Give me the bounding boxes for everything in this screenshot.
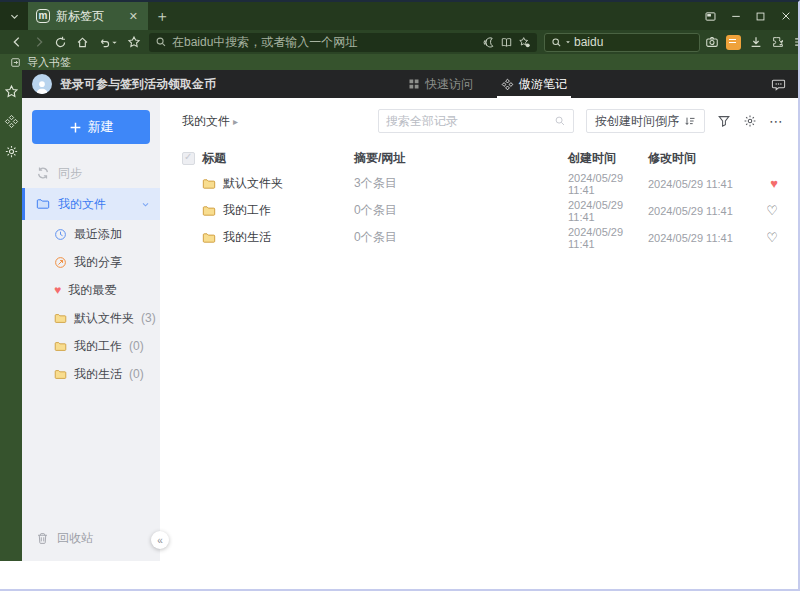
sidebar-item-recycle-bin[interactable]: 回收站 [22, 521, 160, 555]
life-folder-label: 我的生活 [74, 366, 122, 383]
menu-button[interactable] [789, 32, 800, 52]
favorite-heart-icon[interactable]: ♡ [766, 231, 778, 244]
sidebar-item-my-files[interactable]: 我的文件 [22, 188, 160, 220]
shares-label: 我的分享 [74, 254, 122, 271]
favorites-panel-button[interactable] [4, 84, 19, 99]
forward-button[interactable] [28, 32, 49, 52]
table-row[interactable]: 默认文件夹 3个条目 2024/05/29 11:41 2024/05/29 1… [160, 170, 798, 197]
sidebar-item-recent[interactable]: 最近添加 [22, 220, 160, 248]
screenshot-button[interactable] [701, 32, 722, 52]
refresh-button[interactable] [50, 32, 71, 52]
row-summary: 3个条目 [354, 175, 568, 192]
user-avatar[interactable] [32, 74, 52, 94]
settings-button[interactable] [743, 114, 757, 128]
close-window-button[interactable] [773, 2, 798, 30]
plus-icon [69, 121, 82, 134]
sidebar-item-default-folder[interactable]: 默认文件夹 (3) [22, 304, 160, 332]
minimize-button[interactable] [723, 2, 748, 30]
clock-icon [54, 228, 67, 241]
row-title: 我的生活 [223, 229, 271, 246]
records-search[interactable] [378, 109, 574, 133]
sidebar-item-work-folder[interactable]: 我的工作 (0) [22, 332, 160, 360]
chevron-right-icon: ▸ [233, 116, 238, 127]
maxnote-button[interactable] [723, 32, 744, 52]
maxthon-logo-icon: m [36, 9, 50, 23]
heart-icon: ♥ [54, 284, 61, 296]
row-modified: 2024/05/29 11:41 [648, 232, 748, 244]
favorite-heart-icon[interactable]: ♥ [770, 177, 778, 190]
panel-icon [704, 10, 717, 23]
chevron-down-icon[interactable] [141, 200, 150, 209]
sidebar-item-favorites[interactable]: ♥ 我的最爱 [22, 276, 160, 304]
pinwheel-notes-icon [501, 78, 514, 91]
extensions-button[interactable] [767, 32, 788, 52]
settings-panel-button[interactable] [4, 144, 19, 159]
sidebar-item-shares[interactable]: 我的分享 [22, 248, 160, 276]
favorite-star-button[interactable] [123, 32, 144, 52]
login-promo-text[interactable]: 登录可参与签到活动领取金币 [60, 76, 216, 93]
tab-title: 新标签页 [56, 8, 121, 25]
new-note-button[interactable]: 新建 [32, 110, 150, 144]
back-button[interactable] [6, 32, 27, 52]
notes-panel-button[interactable] [4, 114, 19, 129]
app-tabs: 快速访问 傲游笔记 [408, 70, 567, 98]
boss-key-button[interactable] [698, 2, 723, 30]
table-row[interactable]: 我的工作 0个条目 2024/05/29 11:41 2024/05/29 11… [160, 197, 798, 224]
home-button[interactable] [72, 32, 93, 52]
maximize-button[interactable] [748, 2, 773, 30]
sidebar-item-sync[interactable]: 同步 [22, 158, 160, 188]
folder-icon [36, 197, 50, 211]
sidebar-item-life-folder[interactable]: 我的生活 (0) [22, 360, 160, 388]
records-search-input[interactable] [386, 114, 554, 128]
hamburger-icon [793, 35, 800, 49]
address-input[interactable] [172, 35, 477, 49]
row-created: 2024/05/29 11:41 [568, 226, 648, 250]
tab-close-icon[interactable]: ✕ [127, 8, 140, 25]
read-aloud-icon [482, 36, 495, 49]
search-icon [551, 37, 562, 48]
add-favorite-button[interactable] [518, 36, 531, 49]
star-icon [4, 84, 19, 99]
more-options-button[interactable]: ⋯ [769, 116, 784, 126]
gear-icon [4, 144, 19, 159]
table-row[interactable]: 我的生活 0个条目 2024/05/29 11:41 2024/05/29 11… [160, 224, 798, 251]
select-all-checkbox[interactable] [182, 152, 195, 165]
feedback-button[interactable] [771, 77, 786, 92]
camera-icon [705, 35, 719, 49]
work-folder-label: 我的工作 [74, 338, 122, 355]
breadcrumb[interactable]: 我的文件 ▸ [182, 113, 238, 130]
row-summary: 0个条目 [354, 229, 568, 246]
speech-bubble-icon [771, 77, 786, 92]
new-tab-button[interactable]: ＋ [148, 2, 176, 30]
favorite-heart-icon[interactable]: ♡ [766, 204, 778, 217]
browser-tab-newtab[interactable]: m 新标签页 ✕ [28, 2, 148, 30]
quick-search-box[interactable]: baidu [544, 33, 700, 52]
row-created: 2024/05/29 11:41 [568, 199, 648, 223]
address-bar[interactable] [149, 33, 537, 52]
item-count: (0) [129, 339, 144, 353]
refresh-icon [54, 36, 67, 49]
share-icon [54, 256, 67, 269]
tab-quick-access[interactable]: 快速访问 [408, 70, 473, 98]
caret-down-icon [111, 39, 118, 46]
nav-toolbar: baidu [0, 30, 798, 54]
sort-order-button[interactable]: 按创建时间倒序 [586, 109, 705, 133]
undo-closed-tab-button[interactable] [94, 32, 122, 52]
tab-maxthon-notes[interactable]: 傲游笔记 [501, 70, 567, 98]
import-bookmarks-button[interactable]: 导入书签 [27, 55, 71, 70]
forward-icon [32, 35, 46, 49]
folder-icon [202, 204, 216, 218]
tab-list-dropdown-button[interactable] [0, 2, 28, 30]
browser-window: m 新标签页 ✕ ＋ [0, 0, 800, 591]
main-header-actions: 按创建时间倒序 ⋯ [378, 109, 784, 133]
sync-label: 同步 [58, 165, 82, 182]
reading-mode-button[interactable] [500, 36, 513, 49]
recycle-bin-label: 回收站 [57, 530, 93, 547]
row-modified: 2024/05/29 11:41 [648, 205, 748, 217]
notes-app-header: 登录可参与签到活动领取金币 快速访问 傲游笔记 [22, 70, 798, 98]
downloads-button[interactable] [745, 32, 766, 52]
filter-button[interactable] [717, 114, 731, 128]
note-icon [726, 35, 741, 50]
collapse-sidebar-button[interactable]: « [151, 531, 169, 549]
read-aloud-button[interactable] [482, 36, 495, 49]
